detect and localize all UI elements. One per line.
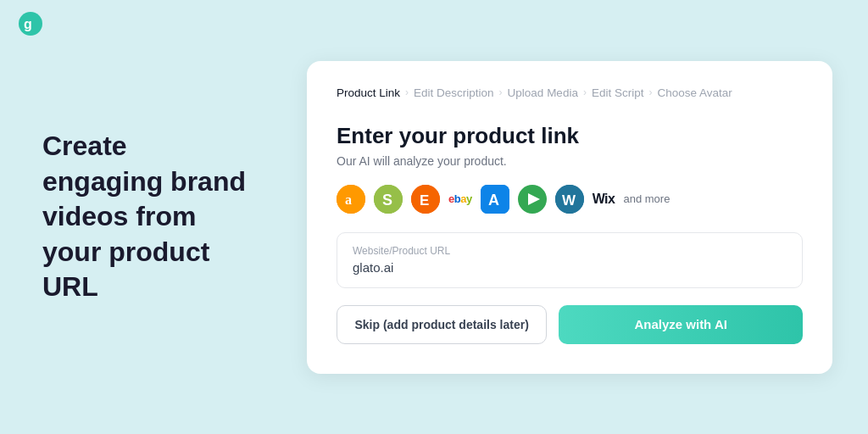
svg-text:W: W xyxy=(562,192,576,209)
svg-text:g: g xyxy=(24,17,32,31)
breadcrumb-sep-1: › xyxy=(405,86,409,98)
logo-icon: g xyxy=(17,10,44,37)
skip-button[interactable]: Skip (add product details later) xyxy=(337,305,547,344)
amazon-icon: a xyxy=(337,185,365,214)
svg-text:A: A xyxy=(488,192,499,209)
analyze-button[interactable]: Analyze with AI xyxy=(559,305,803,344)
appstore-icon: A xyxy=(481,185,509,214)
svg-text:S: S xyxy=(382,192,392,209)
breadcrumb-step-3[interactable]: Upload Media xyxy=(508,86,578,99)
breadcrumb-step-1[interactable]: Product Link xyxy=(337,86,400,99)
breadcrumb-sep-2: › xyxy=(499,86,503,98)
svg-text:E: E xyxy=(420,192,429,209)
url-input[interactable] xyxy=(353,260,787,275)
wordpress-icon: W xyxy=(555,185,584,214)
action-buttons: Skip (add product details later) Analyze… xyxy=(337,305,803,344)
breadcrumb-step-4[interactable]: Edit Script xyxy=(592,86,644,99)
ebay-icon: ebay xyxy=(448,192,472,205)
google-play-icon xyxy=(518,185,547,214)
breadcrumb: Product Link › Edit Description › Upload… xyxy=(337,86,803,99)
breadcrumb-sep-3: › xyxy=(583,86,587,98)
product-link-card: Product Link › Edit Description › Upload… xyxy=(307,61,832,374)
main-panel: Product Link › Edit Description › Upload… xyxy=(288,36,868,399)
hero-heading: Create engaging brand videos from your p… xyxy=(42,129,246,305)
breadcrumb-sep-4: › xyxy=(648,86,652,98)
wix-icon: Wix xyxy=(593,192,615,207)
etsy-icon: E xyxy=(411,185,440,214)
url-input-wrapper[interactable]: Website/Product URL xyxy=(337,232,803,288)
and-more-label: and more xyxy=(623,192,670,205)
url-input-label: Website/Product URL xyxy=(353,245,787,257)
svg-text:a: a xyxy=(345,192,352,207)
card-title: Enter your product link xyxy=(337,123,803,149)
hero-panel: Create engaging brand videos from your p… xyxy=(0,95,288,339)
card-subtitle: Our AI will analyze your product. xyxy=(337,154,803,168)
shopify-icon: S xyxy=(374,185,403,214)
platform-icons-row: a S E ebay xyxy=(337,185,803,214)
breadcrumb-step-2[interactable]: Edit Description xyxy=(414,86,494,99)
breadcrumb-step-5[interactable]: Choose Avatar xyxy=(657,86,732,99)
